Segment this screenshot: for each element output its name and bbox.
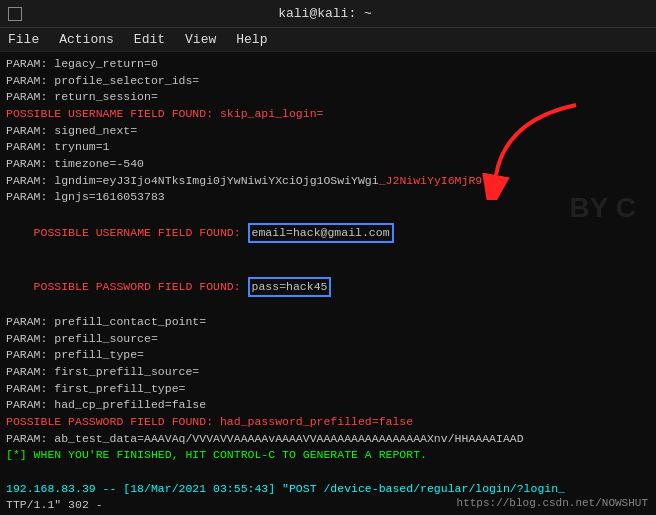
line-18: [*] WHEN YOU'RE FINISHED, HIT CONTROL-C … — [6, 447, 650, 464]
menu-help[interactable]: Help — [232, 30, 271, 49]
line-6: PARAM: trynum=1 — [6, 139, 650, 156]
line-9: PARAM: lgnjs=1616053783 — [6, 189, 650, 206]
title-bar-title: kali@kali: ~ — [278, 6, 372, 21]
line-16: POSSIBLE PASSWORD FIELD FOUND: had_passw… — [6, 414, 650, 431]
watermark: https://blog.csdn.net/NOWSHUT — [457, 497, 648, 509]
line-10: PARAM: prefill_contact_point= — [6, 314, 650, 331]
menu-bar: File Actions Edit View Help — [0, 28, 656, 52]
line-2: PARAM: profile_selector_ids= — [6, 73, 650, 90]
line-7: PARAM: timezone=-540 — [6, 156, 650, 173]
line-14: PARAM: first_prefill_type= — [6, 381, 650, 398]
line-username-found: POSSIBLE USERNAME FIELD FOUND: email=hac… — [6, 206, 650, 260]
line-12: PARAM: prefill_type= — [6, 347, 650, 364]
window-icon — [8, 7, 22, 21]
line-11: PARAM: prefill_source= — [6, 331, 650, 348]
menu-view[interactable]: View — [181, 30, 220, 49]
title-bar-left — [8, 7, 22, 21]
line-5: PARAM: signed_next= — [6, 123, 650, 140]
line-8: PARAM: lgndim=eyJ3Ijo4NTksImgi0jYwNiwiYX… — [6, 173, 650, 190]
line-blank — [6, 464, 650, 481]
password-highlight: pass=hack45 — [248, 277, 332, 298]
menu-edit[interactable]: Edit — [130, 30, 169, 49]
line-3: PARAM: return_session= — [6, 89, 650, 106]
menu-file[interactable]: File — [4, 30, 43, 49]
menu-actions[interactable]: Actions — [55, 30, 118, 49]
line-password-found: POSSIBLE PASSWORD FIELD FOUND: pass=hack… — [6, 260, 650, 314]
username-highlight: email=hack@gmail.com — [248, 223, 394, 244]
terminal: PARAM: legacy_return=0 PARAM: profile_se… — [0, 52, 656, 515]
line-1: PARAM: legacy_return=0 — [6, 56, 650, 73]
line-13: PARAM: first_prefill_source= — [6, 364, 650, 381]
line-19: 192.168.83.39 -- [18/Mar/2021 03:55:43] … — [6, 481, 650, 498]
line-17: PARAM: ab_test_data=AAAVAq/VVVAVVAAAAAvA… — [6, 431, 650, 448]
line-15: PARAM: had_cp_prefilled=false — [6, 397, 650, 414]
title-bar: kali@kali: ~ — [0, 0, 656, 28]
line-4: POSSIBLE USERNAME FIELD FOUND: skip_api_… — [6, 106, 650, 123]
